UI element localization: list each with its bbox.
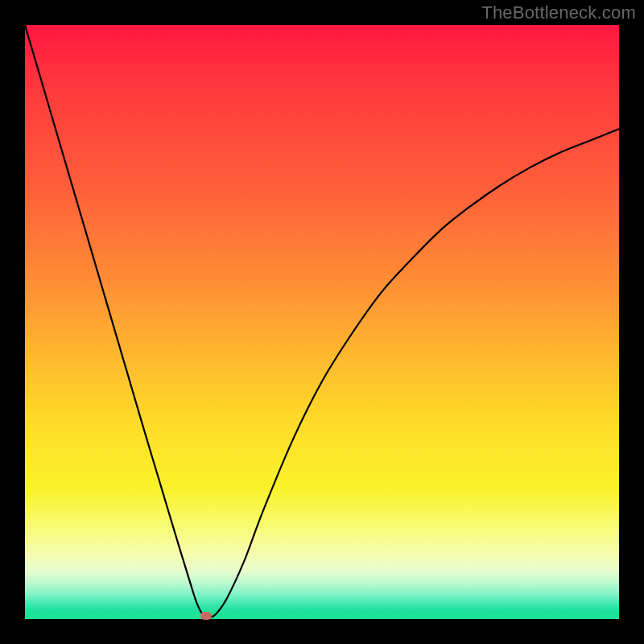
optimum-marker <box>200 612 212 620</box>
watermark-text: TheBottleneck.com <box>481 2 636 23</box>
plot-area <box>25 25 619 619</box>
bottleneck-curve <box>25 25 619 619</box>
chart-frame: TheBottleneck.com <box>0 0 644 644</box>
